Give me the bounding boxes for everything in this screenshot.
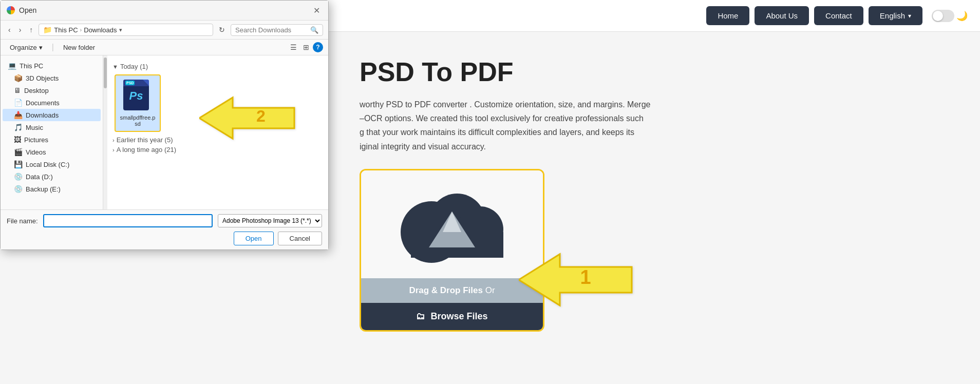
toggle-track[interactable] [932,10,954,22]
arrow1-svg: 1 [519,252,642,308]
tree-icon-3d: 📦 [14,74,23,82]
tree-item-data-d[interactable]: 💿 Data (D:) [3,170,101,183]
page-description: worthy PSD to PDF converter . Customize … [360,98,719,153]
ps-logo: Ps [129,89,143,103]
tree-item-this-pc[interactable]: 💻 This PC [3,60,101,72]
group-long-ago[interactable]: › A long time ago (21) [112,146,323,153]
back-button[interactable]: ‹ [6,25,13,35]
up-button[interactable]: ↑ [27,25,35,35]
nav-contact-button[interactable]: Contact [814,6,863,25]
refresh-button[interactable]: ↻ [216,25,228,35]
filetype-select[interactable]: Adobe Photoshop Image 13 (*.*) [218,214,322,227]
arrow2-svg: 2 [199,95,302,141]
action-row: Open Cancel [7,232,322,245]
tree-item-downloads[interactable]: 📥 Downloads [3,109,101,121]
group-today[interactable]: ▼ Today (1) [112,63,323,70]
tree-item-videos[interactable]: 🎬 Videos [3,146,101,158]
view-list-button[interactable]: ☰ [288,42,299,53]
svg-text:2: 2 [256,107,266,125]
dialog-addressbar: ‹ › ↑ 📁 This PC › Downloads ▾ ↻ 🔍 [1,21,328,40]
path-dropdown-button[interactable]: ▾ [119,27,122,33]
path-separator: › [80,27,82,33]
nav-home-button[interactable]: Home [706,6,749,25]
tree-icon-documents: 📄 [14,99,23,107]
sidebar-tree: 💻 This PC 📦 3D Objects 🖥 Desktop 📄 Docum… [1,55,103,209]
group-today-expand: ▼ [112,64,118,70]
browse-icon: 🗂 [416,311,425,322]
drag-bar[interactable]: Drag & Drop Files Or [361,278,543,303]
tree-item-pictures[interactable]: 🖼 Pictures [3,133,101,146]
moon-icon: 🌙 [956,10,968,22]
toggle-knob [933,11,943,21]
new-folder-label: New folder [63,44,95,51]
toolbar-separator: | [52,43,54,52]
main-content: PSD To PDF worthy PSD to PDF converter .… [329,36,980,352]
tree-label-pictures: Pictures [24,136,48,144]
tree-label-3d: 3D Objects [26,74,59,82]
tree-icon-this-pc: 💻 [8,62,16,70]
tree-label-desktop: Desktop [24,87,49,94]
cancel-button[interactable]: Cancel [278,232,322,245]
browse-bar[interactable]: 🗂 Browse Files [361,303,543,330]
drag-or: Or [485,285,495,295]
nav-lang-button[interactable]: English [869,6,922,25]
filename-input[interactable] [43,214,213,227]
drop-zone[interactable]: Drag & Drop Files Or 🗂 Browse Files [360,169,544,332]
filename-row: File name: Adobe Photoshop Image 13 (*.*… [7,214,322,227]
dialog-toolbar: Organize ▾ | New folder ☰ ⊞ ? [1,40,328,55]
search-box[interactable]: 🔍 [231,24,323,36]
address-path[interactable]: 📁 This PC › Downloads ▾ [39,24,213,36]
path-this-pc: This PC [54,26,78,34]
tree-icon-pictures: 🖼 [14,136,21,144]
tree-icon-data-d: 💿 [14,172,23,181]
group-long-ago-label: A long time ago (21) [117,146,176,153]
dialog-close-button[interactable]: ✕ [311,5,322,16]
filename-label: File name: [7,217,38,225]
tree-item-desktop[interactable]: 🖥 Desktop [3,84,101,97]
nav-about-button[interactable]: About Us [755,6,809,25]
group-earlier-label: Earlier this year (5) [117,136,173,144]
tree-icon-downloads: 📥 [14,111,23,119]
tree-item-documents[interactable]: 📄 Documents [3,97,101,109]
group-today-label: Today (1) [120,63,148,70]
path-folder: Downloads [84,26,117,34]
view-grid-button[interactable]: ⊞ [300,42,312,53]
help-button[interactable]: ? [313,42,323,52]
sidebar-scroll-thumb [104,57,107,88]
search-input[interactable] [235,26,308,34]
tree-icon-videos: 🎬 [14,148,23,156]
view-buttons: ☰ ⊞ ? [288,42,323,53]
tree-item-3d[interactable]: 📦 3D Objects [3,72,101,84]
dialog-title-text: Open [19,6,36,14]
tree-label-local-c: Local Disk (C:) [26,161,69,168]
tree-item-local-c[interactable]: 💾 Local Disk (C:) [3,158,101,170]
cloud-graphic [385,186,519,268]
browse-text: Browse Files [430,311,487,322]
sidebar-scrollbar[interactable] [103,55,107,209]
organize-button[interactable]: Organize ▾ [6,42,47,53]
file-item-psd[interactable]: PSD Ps smallpdffree.psd [115,74,161,132]
chrome-icon [7,6,15,14]
new-folder-button[interactable]: New folder [59,42,99,53]
dialog-title-left: Open [7,6,36,14]
svg-marker-6 [519,254,632,305]
svg-marker-8 [199,98,294,139]
tree-label-data-d: Data (D:) [26,173,53,181]
svg-text:1: 1 [580,266,591,288]
tree-label-music: Music [26,124,43,131]
dialog-bottom: File name: Adobe Photoshop Image 13 (*.*… [1,209,328,249]
arrow1: 1 [519,252,642,310]
tree-label-videos: Videos [26,148,46,156]
theme-toggle[interactable]: 🌙 [932,10,968,22]
tree-label-documents: Documents [26,99,60,107]
ps-badge: PSD [125,81,135,85]
group-long-ago-expand: › [112,147,115,153]
forward-button[interactable]: › [16,25,24,35]
tree-item-music[interactable]: 🎵 Music [3,121,101,133]
file-name-label: smallpdffree.psd [119,114,157,127]
tree-label-backup-e: Backup (E:) [26,185,61,193]
tree-item-backup-e[interactable]: 💿 Backup (E:) [3,183,101,195]
open-button[interactable]: Open [234,232,274,245]
drop-zone-upper [361,170,543,278]
group-earlier-expand: › [112,137,115,143]
